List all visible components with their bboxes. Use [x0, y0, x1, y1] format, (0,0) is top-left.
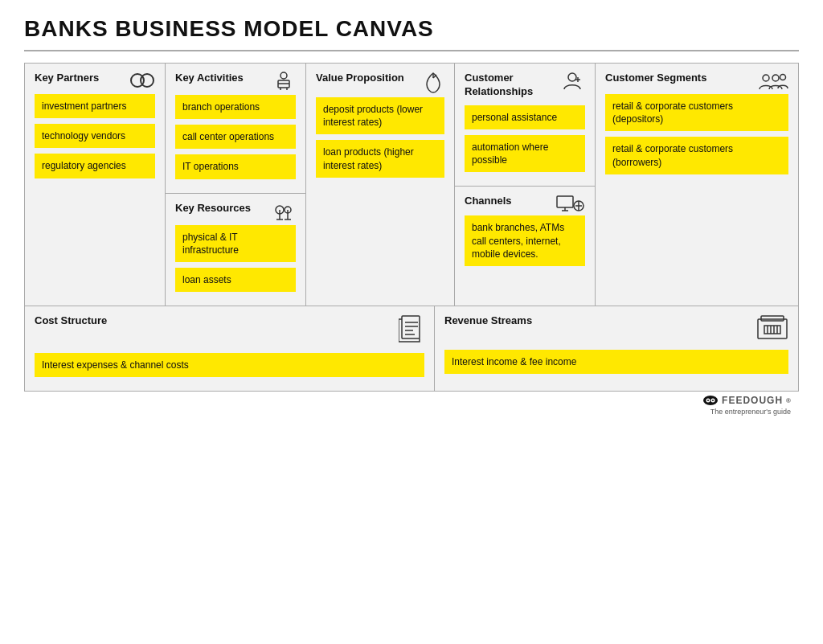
page-title: BANKS BUSINESS MODEL CANVAS [24, 16, 799, 42]
key-activities-item-1: call center operations [175, 125, 296, 149]
feedough-footer: FEEDOUGH ® The entrepreneur's guide [24, 392, 799, 420]
value-proposition-item-0: deposit products (lower interest rates) [316, 97, 444, 134]
svg-point-24 [763, 75, 769, 81]
customer-relationships-column: Customer Relationships personal assistan… [455, 64, 596, 306]
channels-section: Channels bank branches, ATMs call center… [455, 187, 595, 306]
cost-structure-section: Cost Structure Interest expenses & chann… [25, 306, 435, 391]
svg-rect-27 [402, 316, 420, 338]
customer-relationships-title: Customer Relationships [465, 72, 559, 99]
cost-structure-item-0: Interest expenses & channel costs [35, 353, 424, 377]
key-activities-title: Key Activities [175, 72, 244, 85]
customer-segments-icon [758, 72, 788, 94]
key-activities-item-0: branch operations [175, 95, 296, 119]
svg-rect-34 [764, 326, 780, 334]
key-resources-title: Key Resources [175, 202, 251, 215]
key-resources-item-1: loan assets [175, 268, 296, 292]
customer-segments-item-1: retail & corporate customers (borrowers) [605, 137, 788, 174]
cost-structure-title: Cost Structure [35, 314, 107, 328]
value-proposition-item-1: loan products (higher interest rates) [316, 140, 444, 177]
revenue-streams-section: Revenue Streams Interest income & fee in… [435, 306, 798, 391]
key-partners-section: Key Partners investment partners technol… [25, 64, 166, 306]
key-activities-section: Key Activities branch operations call ce… [166, 64, 305, 194]
value-proposition-section: Value Proposition deposit products (lowe… [306, 64, 455, 306]
title-divider [24, 50, 799, 51]
customer-relationships-section: Customer Relationships personal assistan… [455, 64, 595, 187]
svg-rect-33 [761, 316, 784, 321]
key-partners-title: Key Partners [35, 72, 99, 85]
channels-title: Channels [465, 195, 512, 208]
customer-relationships-item-1: automation where possible [465, 135, 585, 172]
revenue-streams-title: Revenue Streams [444, 314, 532, 328]
key-partners-item-1: technology vendors [35, 124, 155, 148]
svg-point-39 [703, 396, 718, 405]
key-partners-icon [129, 72, 155, 94]
svg-point-42 [707, 400, 709, 401]
svg-point-2 [280, 72, 287, 79]
feedough-tagline: The entrepreneur's guide [32, 408, 791, 416]
key-partners-item-0: investment partners [35, 94, 155, 118]
customer-segments-section: Customer Segments retail & corporate cus… [596, 64, 798, 306]
canvas-top-row: Key Partners investment partners technol… [25, 64, 798, 306]
key-activities-item-2: IT operations [175, 154, 296, 178]
cost-structure-icon [399, 314, 424, 347]
canvas-bottom-row: Cost Structure Interest expenses & chann… [25, 306, 798, 391]
canvas-container: Key Partners investment partners technol… [24, 63, 799, 392]
svg-point-1 [141, 74, 154, 87]
svg-point-25 [772, 75, 779, 81]
svg-rect-32 [758, 319, 787, 338]
customer-relationships-icon [559, 72, 585, 94]
value-proposition-icon [422, 72, 444, 97]
key-resources-icon [270, 202, 296, 225]
feedough-brand: FEEDOUGH [722, 395, 783, 406]
key-activities-column: Key Activities branch operations call ce… [166, 64, 306, 306]
key-resources-section: Key Resources physical & IT infrastructu… [166, 194, 305, 306]
customer-relationships-item-0: personal assistance [465, 105, 585, 129]
key-resources-item-0: physical & IT infrastructure [175, 225, 296, 262]
revenue-streams-icon [756, 314, 788, 343]
key-activities-icon [272, 72, 296, 95]
svg-point-15 [568, 73, 576, 81]
value-proposition-title: Value Proposition [316, 72, 404, 85]
channels-item-0: bank branches, ATMs call centers, intern… [465, 215, 585, 266]
channels-icon [556, 195, 585, 215]
revenue-streams-item-0: Interest income & fee income [444, 350, 788, 374]
svg-point-26 [780, 75, 786, 80]
key-partners-item-2: regulatory agencies [35, 154, 155, 178]
customer-segments-title: Customer Segments [605, 72, 706, 85]
customer-segments-item-0: retail & corporate customers (depositors… [605, 94, 788, 131]
svg-rect-18 [557, 196, 573, 207]
svg-point-43 [712, 400, 714, 401]
